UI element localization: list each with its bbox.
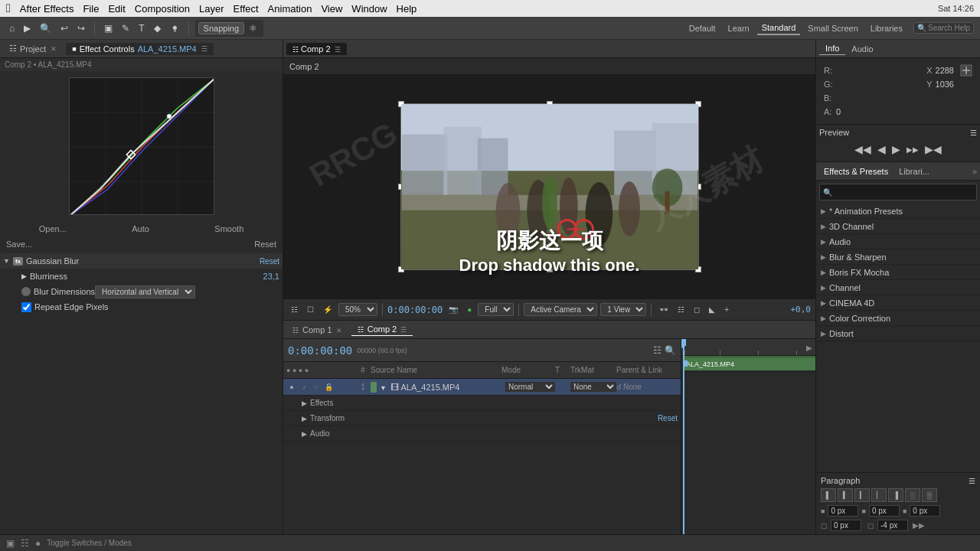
menu-effect[interactable]: Effect <box>234 3 259 15</box>
category-cinema4d[interactable]: ▶ CINEMA 4D <box>816 295 980 311</box>
auto-btn[interactable]: Auto <box>132 224 149 233</box>
comp1-close[interactable]: ✕ <box>336 327 342 334</box>
spacing-more-btn[interactable]: ▶▶ <box>913 521 925 530</box>
tab-effects-presets[interactable]: Effects & Presets <box>819 165 893 178</box>
track-bar-video[interactable]: ALA_4215.MP4 <box>683 358 815 370</box>
apple-menu[interactable]:  <box>6 2 11 15</box>
align-center-btn[interactable]: ▍ <box>838 488 853 502</box>
arrow-btn[interactable]: ▶ <box>21 21 34 35</box>
ws-learn[interactable]: Learn <box>724 21 754 35</box>
home-btn[interactable]: ⌂ <box>6 21 18 35</box>
menu-help[interactable]: Help <box>397 3 417 15</box>
ws-default[interactable]: Default <box>684 21 720 35</box>
gaussian-blur-header[interactable]: ▼ fx Gaussian Blur Reset <box>0 253 283 269</box>
blur-dimensions-select[interactable]: Horizontal and Vertical <box>95 285 195 298</box>
color-add-btn[interactable] <box>960 64 972 78</box>
align-right-btn[interactable]: ▎ <box>854 488 870 502</box>
sub-row-effects[interactable]: ▶ Effects <box>283 396 681 411</box>
effects-search-input[interactable] <box>834 186 973 198</box>
quality-select[interactable]: Full <box>478 303 514 316</box>
category-audio[interactable]: ▶ Audio <box>816 234 980 249</box>
text-btn[interactable]: T <box>136 21 147 35</box>
align-justify-btn[interactable]: ▏ <box>871 488 887 502</box>
align-justify-right-btn[interactable]: ░ <box>905 488 920 502</box>
align-left-btn[interactable]: ▌ <box>821 488 836 502</box>
search-btn[interactable]: 🔍 <box>37 21 54 35</box>
reset-curves-btn[interactable]: Reset <box>254 240 276 249</box>
preview-first-btn[interactable]: ◀◀ <box>854 143 871 155</box>
tab-effect-controls[interactable]: ■ Effect Controls ALA_4215.MP4 ☰ <box>66 43 213 55</box>
camera-select[interactable]: Active Camera <box>524 303 597 316</box>
zoom-select[interactable]: 50% <box>338 303 377 316</box>
viewer-grid-btn[interactable]: ☷ <box>288 304 301 315</box>
save-btn[interactable]: Save... <box>6 240 32 249</box>
ws-standard[interactable]: Standard <box>757 21 801 35</box>
comp2-tab-menu[interactable]: ☰ <box>335 46 341 54</box>
tab-audio[interactable]: Audio <box>845 43 879 55</box>
new-comp-btn[interactable]: ☷ <box>653 345 662 356</box>
snap-toggle[interactable]: ⚛ <box>246 21 260 35</box>
category-color-correction[interactable]: ▶ Color Correction <box>816 311 980 326</box>
ruler-btn[interactable]: ◣ <box>706 304 718 315</box>
undo-btn[interactable]: ↩ <box>57 21 71 35</box>
leading-input[interactable] <box>877 520 908 531</box>
aspect-btn[interactable]: ◻ <box>691 304 703 315</box>
track-expand-btn[interactable]: ▶ <box>806 344 812 352</box>
blurriness-row[interactable]: ▶ Blurriness 23,1 <box>0 269 283 284</box>
layer-row-1[interactable]: ● ♪ ○ 🔓 1 ▼ 🎞 ALA_4215.MP4 <box>283 379 681 396</box>
menu-after-effects[interactable]: After Effects <box>20 3 74 15</box>
effects-expand-btn[interactable]: » <box>972 167 977 176</box>
smooth-btn[interactable]: Smooth <box>214 224 243 233</box>
category-blur-sharpen[interactable]: ▶ Blur & Sharpen <box>816 249 980 265</box>
timeline-comp1-tab[interactable]: ☷ Comp 1 ✕ <box>286 324 348 336</box>
tab-libraries[interactable]: Librari... <box>894 165 934 178</box>
menu-layer[interactable]: Layer <box>199 3 224 15</box>
search-help-label[interactable]: Search Help <box>928 24 970 32</box>
sub-row-transform[interactable]: ▶ Transform Reset <box>283 411 681 426</box>
menu-composition[interactable]: Composition <box>135 3 190 15</box>
clone-btn[interactable]: ⧭ <box>167 21 182 35</box>
layer-expand[interactable]: ▼ <box>380 384 387 392</box>
viewer-timecode[interactable]: 0:00:00:00 <box>387 305 443 315</box>
snapshot-btn[interactable]: 📷 <box>446 304 461 315</box>
indent-input[interactable] <box>831 520 861 531</box>
layer-lock[interactable]: 🔓 <box>323 382 334 393</box>
menu-window[interactable]: Window <box>351 3 387 15</box>
menu-view[interactable]: View <box>321 3 342 15</box>
keyframe-3[interactable] <box>686 360 688 367</box>
comp-settings-btn[interactable]: ☷ <box>21 538 29 549</box>
ws-libraries[interactable]: Libraries <box>866 21 907 35</box>
layer-solo[interactable]: ○ <box>311 382 322 393</box>
shape-btn[interactable]: ◆ <box>151 21 164 35</box>
redo-btn[interactable]: ↪ <box>74 21 88 35</box>
category-animation-presets[interactable]: ▶ * Animation Presets <box>816 204 980 219</box>
preview-play-btn[interactable]: ▶ <box>892 143 900 155</box>
layer-trkmat-select[interactable]: None <box>570 382 616 392</box>
category-boris-fx[interactable]: ▶ Boris FX Mocha <box>816 265 980 280</box>
tab-project[interactable]: ☷ Project ✕ <box>3 42 63 55</box>
preview-next-btn[interactable]: ▶▶ <box>906 145 919 154</box>
3d-glasses-btn[interactable]: 👓 <box>656 304 671 315</box>
grid-view-btn[interactable]: ☷ <box>675 304 688 315</box>
layer-mode-select[interactable]: Normal <box>505 382 555 392</box>
sub-row-audio[interactable]: ▶ Audio <box>283 426 681 442</box>
guide-btn[interactable]: + <box>721 304 732 315</box>
viewer-snap-btn[interactable]: ⚡ <box>320 304 335 315</box>
expand-all-btn[interactable]: ▣ <box>6 538 15 549</box>
ws-small-screen[interactable]: Small Screen <box>803 21 862 35</box>
viewer-trans-btn[interactable]: ☐ <box>304 304 317 315</box>
breadcrumb[interactable]: Comp 2 <box>289 62 319 71</box>
menu-file[interactable]: File <box>83 3 99 15</box>
comp2-tab[interactable]: ☷ Comp 2 ☰ <box>286 43 347 55</box>
project-tab-close[interactable]: ✕ <box>51 45 57 53</box>
timeline-timecode[interactable]: 0:00:00:00 <box>288 344 352 357</box>
transform-reset[interactable]: Reset <box>658 414 678 422</box>
preview-settings-btn[interactable]: ● <box>35 538 41 549</box>
category-3d-channel[interactable]: ▶ 3D Channel <box>816 219 980 234</box>
playhead[interactable] <box>683 339 684 534</box>
paragraph-menu[interactable]: ☰ <box>969 477 975 485</box>
margin-top-input[interactable] <box>910 505 940 517</box>
menu-edit[interactable]: Edit <box>108 3 125 15</box>
rect-btn[interactable]: ▣ <box>101 21 116 35</box>
open-btn[interactable]: Open... <box>39 224 67 233</box>
